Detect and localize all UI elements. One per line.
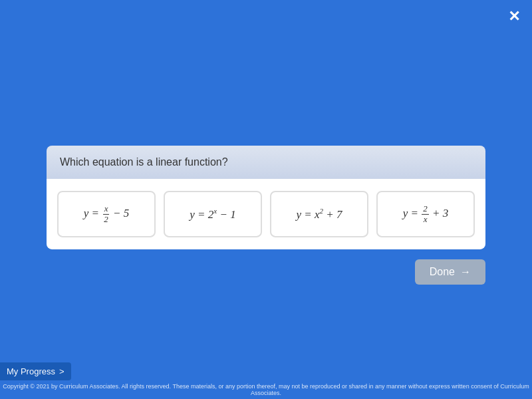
answers-container: y = x2 − 5 y = 2x − 1 y = x2 + 7 y = 2x …	[47, 179, 485, 249]
answer-1-math: y = x2 − 5	[84, 204, 130, 224]
answer-option-4[interactable]: y = 2x + 3	[376, 191, 475, 237]
my-progress-bar[interactable]: My Progress >	[0, 362, 71, 380]
done-label: Done	[430, 266, 455, 278]
done-button[interactable]: Done →	[415, 259, 485, 285]
question-text: Which equation is a linear function?	[60, 156, 228, 168]
answer-option-1[interactable]: y = x2 − 5	[57, 191, 156, 237]
answer-4-math: y = 2x + 3	[403, 204, 449, 224]
answer-2-math: y = 2x − 1	[190, 207, 235, 221]
answer-option-3[interactable]: y = x2 + 7	[270, 191, 368, 237]
footer-copyright: Copyright © 2021 by Curriculum Associate…	[0, 383, 532, 396]
done-arrow-icon: →	[460, 266, 471, 278]
question-box: Which equation is a linear function?	[47, 146, 485, 179]
close-button[interactable]: ✕	[508, 9, 520, 24]
main-content-area: Which equation is a linear function? y =…	[47, 146, 485, 249]
my-progress-label: My Progress	[7, 366, 55, 376]
my-progress-chevron-icon: >	[59, 366, 65, 376]
answer-option-2[interactable]: y = 2x − 1	[164, 191, 262, 237]
answer-3-math: y = x2 + 7	[296, 207, 342, 221]
